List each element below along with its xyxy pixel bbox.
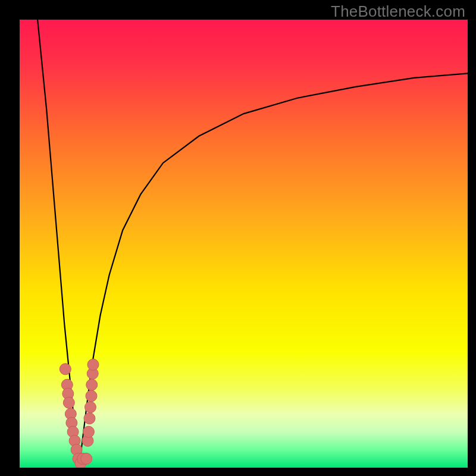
scatter-dot bbox=[63, 397, 74, 408]
scatter-dot bbox=[86, 390, 97, 402]
scatter-dots bbox=[60, 359, 99, 468]
scatter-dot bbox=[83, 426, 94, 437]
scatter-dot bbox=[81, 453, 92, 464]
scatter-dot bbox=[86, 379, 98, 390]
scatter-dot bbox=[60, 364, 71, 375]
chart-frame: TheBottleneck.com bbox=[0, 0, 476, 476]
scatter-dot bbox=[87, 359, 99, 370]
scatter-dot bbox=[84, 402, 96, 413]
curve-left-branch bbox=[37, 20, 80, 463]
curve-right-branch bbox=[80, 73, 468, 463]
scatter-dot bbox=[84, 413, 95, 424]
plot-area bbox=[20, 20, 468, 468]
watermark-text: TheBottleneck.com bbox=[331, 2, 465, 21]
curve-layer bbox=[20, 20, 468, 468]
